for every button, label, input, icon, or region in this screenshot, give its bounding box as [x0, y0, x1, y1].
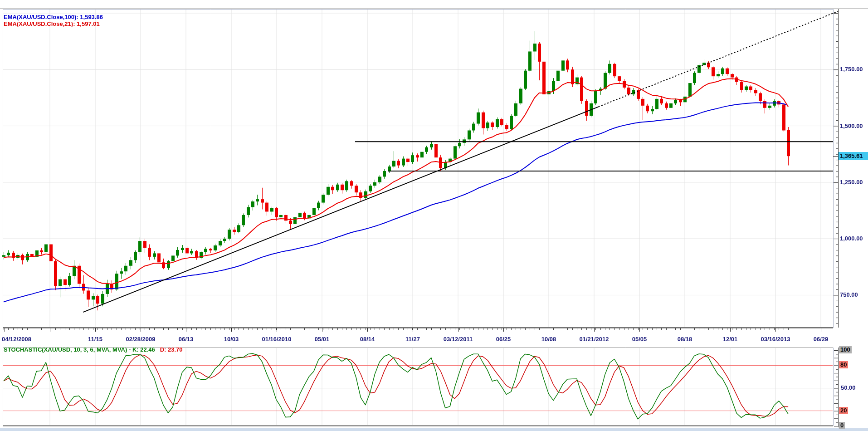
- date-axis-label: 04/12/2008: [2, 336, 31, 343]
- date-axis-label: 11/15: [88, 336, 102, 343]
- date-axis-label: 12/01: [723, 336, 738, 343]
- date-axis-label: 10/03: [224, 336, 239, 343]
- ema-legend-entry: EMA(XAU/USD.Close,21): 1,597.01: [4, 20, 100, 27]
- stochastic-axis-label: 50.00: [839, 384, 857, 392]
- stochastic-axis-label: 0: [839, 422, 845, 429]
- date-axis-label: 03/12/2011: [444, 336, 473, 343]
- date-axis-label: 06/25: [496, 336, 511, 343]
- date-axis-label: 01/16/2010: [262, 336, 291, 343]
- stochastic-axis-label: 20: [839, 407, 848, 414]
- date-axis-label: 10/08: [541, 336, 556, 343]
- date-axis-label: 08/18: [678, 336, 692, 343]
- stochastic-axis-label: 80: [839, 361, 848, 368]
- date-axis-label: 03/16/2013: [761, 336, 790, 343]
- date-axis-label: 05/05: [632, 336, 647, 343]
- date-axis-label: 06/13: [179, 336, 194, 343]
- date-axis-label: 11/27: [405, 336, 420, 343]
- date-axis-label: 02/28/2009: [126, 336, 155, 343]
- stochastic-label-spacer: [156, 346, 158, 353]
- price-axis-label: 750.00: [840, 291, 858, 298]
- stochastic-indicator-label: STOCHASTIC(XAU/USD, 10, 3, 6, MVA, MVA) …: [4, 346, 183, 353]
- price-axis-label: 1,500.00: [840, 122, 863, 129]
- ema-legend-entry: EMA(XAU/USD.Close,100): 1,593.86: [4, 14, 103, 20]
- price-chart-canvas[interactable]: [0, 0, 868, 431]
- stochastic-k-value: K: 22.46: [132, 346, 155, 353]
- stochastic-axis-label: 100: [839, 346, 852, 353]
- price-axis-label: 1,000.00: [840, 235, 863, 242]
- chart-window: EMA(XAU/USD.Close,100): 1,593.86EMA(XAU/…: [0, 0, 868, 431]
- date-axis-label: 05/01: [315, 336, 330, 343]
- stochastic-d-value: D: 23.70: [160, 346, 183, 353]
- date-axis-label: 06/29: [814, 336, 829, 343]
- date-axis-label: 01/21/2012: [579, 336, 609, 343]
- stochastic-label-main: STOCHASTIC(XAU/USD, 10, 3, 6, MVA, MVA) …: [4, 346, 132, 353]
- price-axis-label: 1,250.00: [840, 179, 863, 186]
- last-price-badge: 1,365.61: [839, 152, 868, 160]
- price-axis-label: 1,750.00: [840, 66, 863, 73]
- date-axis-label: 08/14: [360, 336, 375, 343]
